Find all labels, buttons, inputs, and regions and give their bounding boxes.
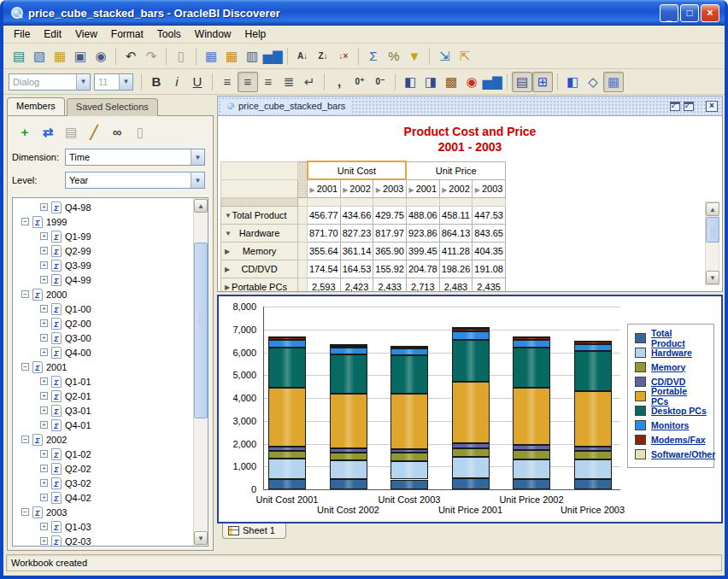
expand-icon[interactable]: + bbox=[40, 465, 48, 472]
bar-segment-monitors[interactable] bbox=[330, 348, 367, 355]
bar-segment-cd-dvd[interactable] bbox=[513, 445, 550, 449]
stoplight-format-icon[interactable]: ◉ bbox=[461, 72, 482, 92]
bar-segment-monitors[interactable] bbox=[268, 340, 306, 348]
bar-segment-hardware[interactable] bbox=[390, 461, 428, 480]
bar-segment-monitors[interactable] bbox=[574, 344, 612, 351]
underline-button[interactable]: U bbox=[187, 72, 208, 92]
tab-saved-selections[interactable]: Saved Selections bbox=[67, 98, 158, 116]
export-icon[interactable]: ⇱ bbox=[455, 46, 475, 67]
tree-item-q2-02[interactable]: +ΣQ2-02 bbox=[13, 461, 193, 476]
scroll-up-icon[interactable]: ▲ bbox=[706, 202, 719, 216]
format-exceptions-icon[interactable]: ▩ bbox=[441, 72, 461, 92]
bar-segment-desktop-pcs[interactable] bbox=[268, 348, 306, 388]
align-center-button[interactable]: ≡ bbox=[238, 72, 258, 92]
expand-icon[interactable]: + bbox=[40, 479, 48, 487]
expand-icon[interactable]: + bbox=[40, 523, 48, 530]
legend-item-desktop-pcs[interactable]: Desktop PCs bbox=[635, 403, 707, 418]
sort-descending-icon[interactable]: Z↓ bbox=[313, 46, 333, 67]
bar-segment-modems-fax[interactable] bbox=[452, 329, 490, 331]
bar-segment-portable-pcs[interactable] bbox=[513, 388, 550, 445]
bar-segment-desktop-pcs[interactable] bbox=[452, 340, 490, 382]
tree-scrollbar[interactable]: ▲ ▼ bbox=[193, 198, 208, 546]
column-group-unit-cost[interactable]: Unit Cost bbox=[308, 161, 407, 179]
tab-members[interactable]: Members bbox=[7, 97, 65, 115]
totals-icon[interactable]: Σ bbox=[363, 46, 384, 67]
tab-sheet-1[interactable]: Sheet 1 bbox=[222, 523, 286, 539]
crosstab-scrollbar-thumb[interactable] bbox=[706, 217, 719, 243]
expand-icon[interactable]: + bbox=[40, 203, 48, 211]
chevron-down-icon[interactable]: ▼ bbox=[191, 173, 204, 188]
bar-segment-cd-dvd[interactable] bbox=[330, 448, 367, 452]
tree-item-q4-99[interactable]: +ΣQ4-99 bbox=[13, 272, 193, 287]
expand-icon[interactable]: + bbox=[40, 319, 48, 327]
row-axis-grip[interactable] bbox=[221, 197, 298, 206]
tree-item-q2-00[interactable]: +ΣQ2-00 bbox=[13, 316, 193, 330]
menu-format[interactable]: Format bbox=[104, 26, 150, 42]
drill-icon[interactable]: ▶ bbox=[442, 186, 447, 194]
drill-icon[interactable]: ▶ bbox=[475, 186, 480, 194]
expand-row-icon[interactable]: ▶ bbox=[225, 283, 230, 290]
column-header-2003[interactable]: ▶2003 bbox=[373, 179, 407, 197]
graph-type-icon[interactable]: ▅▇ bbox=[482, 72, 502, 92]
threed-toggle-button[interactable]: ◇ bbox=[583, 72, 603, 92]
print-preview-icon[interactable]: ◉ bbox=[91, 46, 111, 67]
axis-grip[interactable] bbox=[298, 161, 308, 197]
bar-segment-monitors[interactable] bbox=[390, 348, 428, 355]
tree-item-2000[interactable]: −Σ2000 bbox=[13, 287, 193, 301]
column-header-2002[interactable]: ▶2002 bbox=[439, 179, 473, 197]
scroll-down-icon[interactable]: ▼ bbox=[194, 531, 208, 545]
column-header-2001[interactable]: ▶2001 bbox=[406, 179, 439, 197]
expand-icon[interactable]: + bbox=[40, 406, 48, 414]
bar-segment-total-product[interactable] bbox=[513, 479, 550, 489]
legend-item-software-other[interactable]: Software/Other bbox=[635, 447, 707, 461]
level-combo[interactable]: Year ▼ bbox=[65, 172, 205, 189]
delete-trash-icon[interactable]: ▯ bbox=[132, 125, 148, 140]
bar-segment-software-other[interactable] bbox=[268, 336, 306, 338]
expand-icon[interactable]: + bbox=[40, 261, 48, 269]
tree-item-q3-00[interactable]: +ΣQ3-00 bbox=[13, 330, 193, 345]
expand-icon[interactable]: + bbox=[40, 348, 48, 356]
find-glasses-icon[interactable]: ∞ bbox=[109, 125, 125, 140]
expand-icon[interactable]: + bbox=[40, 334, 48, 342]
menu-edit[interactable]: Edit bbox=[37, 26, 68, 42]
tree-item-q2-03[interactable]: +ΣQ2-03 bbox=[13, 534, 193, 546]
edit-pencil-icon[interactable]: ╱ bbox=[86, 125, 102, 140]
restore-window-icon[interactable] bbox=[670, 102, 680, 111]
new-sheet-icon[interactable]: ▦ bbox=[201, 46, 221, 67]
bar-segment-memory[interactable] bbox=[330, 453, 367, 461]
bar-segment-monitors[interactable] bbox=[513, 340, 550, 348]
bar-segment-cd-dvd[interactable] bbox=[574, 447, 612, 451]
redo-icon[interactable]: ↷ bbox=[141, 46, 161, 67]
expand-icon[interactable]: + bbox=[40, 276, 48, 284]
collapse-icon[interactable]: − bbox=[21, 508, 29, 516]
italic-button[interactable]: i bbox=[167, 72, 187, 92]
bar-segment-total-product[interactable] bbox=[268, 479, 306, 489]
collapse-row-icon[interactable]: ▼ bbox=[225, 211, 232, 219]
expand-row-icon[interactable]: ▶ bbox=[225, 247, 230, 254]
tree-item-q4-01[interactable]: +ΣQ4-01 bbox=[13, 418, 193, 432]
bar-segment-memory[interactable] bbox=[452, 448, 490, 458]
tree-item-q1-99[interactable]: +ΣQ1-99 bbox=[13, 229, 193, 243]
bar-segment-hardware[interactable] bbox=[330, 460, 367, 479]
clear-sort-icon[interactable]: ↓× bbox=[333, 46, 354, 67]
tree-item-2001[interactable]: −Σ2001 bbox=[13, 360, 193, 374]
legend-item-portable-pcs[interactable]: Portable PCs bbox=[635, 389, 707, 403]
bar-segment-memory[interactable] bbox=[513, 450, 550, 459]
row-header-memory[interactable]: ▶Memory bbox=[221, 242, 298, 260]
bar-segment-software-other[interactable] bbox=[452, 327, 490, 329]
align-right-button[interactable]: ≡ bbox=[258, 72, 279, 92]
legend-toggle-button[interactable]: ▤ bbox=[512, 72, 532, 92]
tree-item-q2-01[interactable]: +ΣQ2-01 bbox=[13, 389, 193, 403]
tree-item-q4-98[interactable]: +ΣQ4-98 bbox=[13, 200, 193, 214]
expand-row-icon[interactable]: ▶ bbox=[225, 265, 230, 272]
bar-segment-desktop-pcs[interactable] bbox=[330, 354, 367, 393]
bar-segment-software-other[interactable] bbox=[390, 346, 428, 348]
bar-segment-portable-pcs[interactable] bbox=[574, 391, 612, 447]
expand-icon[interactable]: + bbox=[40, 537, 48, 545]
save-workbook-icon[interactable]: ▦ bbox=[50, 46, 70, 67]
menu-help[interactable]: Help bbox=[238, 26, 273, 42]
row-header-hardware[interactable]: ▼Hardware bbox=[221, 224, 298, 242]
bar-segment-software-other[interactable] bbox=[513, 336, 550, 338]
drill-icon[interactable]: ▶ bbox=[343, 186, 348, 194]
tree-item-2003[interactable]: −Σ2003 bbox=[13, 505, 193, 519]
